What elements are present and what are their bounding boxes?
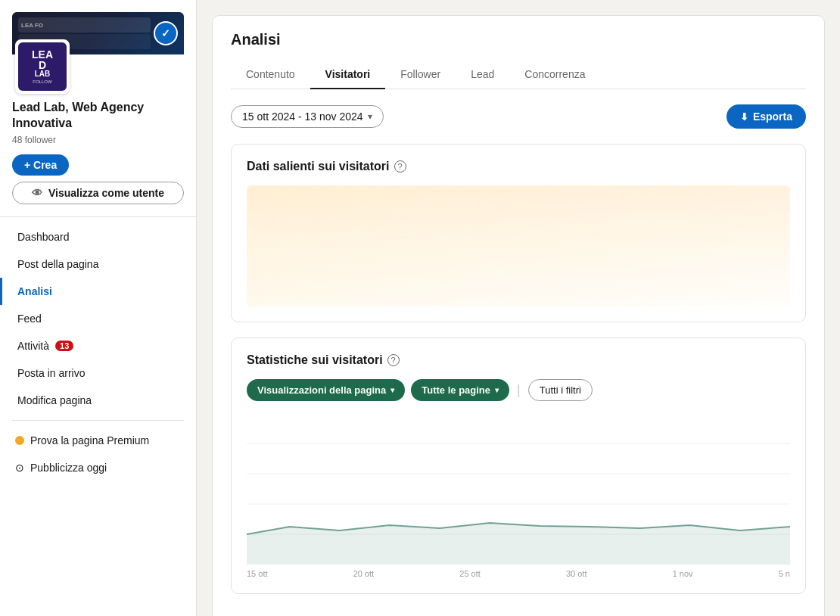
statistiche-title: Statistiche sui visitatori [247, 353, 383, 367]
dati-salienti-help-icon[interactable]: ? [394, 160, 406, 173]
dati-salienti-card: Dati salienti sui visitatori ? [231, 144, 806, 322]
x-axis-labels: 15 ott 20 ott 25 ott 30 ott 1 nov 5 n [247, 565, 790, 578]
x-label-5: 5 n [779, 569, 790, 578]
dati-salienti-title-row: Dati salienti sui visitatori ? [247, 160, 790, 173]
x-label-2: 25 ott [459, 569, 481, 578]
sidebar-item-analisi[interactable]: Analisi [0, 278, 196, 305]
company-logo: LEA D LAB FOLLOW [15, 39, 70, 94]
x-label-0: 15 ott [247, 569, 268, 578]
sidebar-item-dashboard[interactable]: Dashboard [0, 223, 196, 250]
analytics-body: 15 ott 2024 - 13 nov 2024 ▾ ⬇ Esporta Da… [213, 89, 824, 616]
pagine-chevron-icon: ▾ [495, 386, 499, 394]
attivita-badge: 13 [55, 341, 73, 351]
filter-visualizzazioni-button[interactable]: Visualizzazioni della pagina ▾ [247, 379, 405, 401]
analytics-panel: Analisi Contenuto Visitatori Follower Le… [212, 15, 825, 616]
tab-follower[interactable]: Follower [385, 61, 456, 89]
view-as-user-button[interactable]: 👁 Visualizza come utente [12, 182, 184, 204]
main-content: Analisi Contenuto Visitatori Follower Le… [197, 0, 840, 616]
date-range-picker[interactable]: 15 ott 2024 - 13 nov 2024 ▾ [231, 105, 384, 128]
create-button[interactable]: + Crea [12, 154, 69, 176]
premium-nav-item[interactable]: Prova la pagina Premium [0, 427, 196, 454]
sidebar-item-attivita[interactable]: Attività 13 [0, 332, 196, 359]
nav-divider [12, 420, 184, 421]
line-chart-area [247, 413, 790, 565]
sidebar: LEA FO D CO ✓ LEA D LAB FOLLOW Lead Lab [0, 0, 197, 616]
sidebar-item-modifica[interactable]: Modifica pagina [0, 387, 196, 414]
dati-salienti-title: Dati salienti sui visitatori [247, 160, 390, 173]
date-chevron-icon: ▾ [368, 111, 372, 122]
sidebar-nav: Dashboard Post della pagina Analisi Feed… [0, 223, 196, 414]
sidebar-item-posta[interactable]: Posta in arrivo [0, 359, 196, 387]
filter-pagine-button[interactable]: Tutte le pagine ▾ [411, 379, 509, 401]
tab-contenuto[interactable]: Contenuto [231, 61, 310, 89]
sidebar-item-post[interactable]: Post della pagina [0, 250, 196, 278]
premium-icon [15, 436, 24, 445]
x-label-3: 30 ott [566, 569, 587, 578]
statistiche-title-row: Statistiche sui visitatori ? [247, 353, 790, 367]
tab-visitatori[interactable]: Visitatori [310, 61, 386, 89]
eye-icon: 👁 [32, 187, 42, 199]
line-chart-svg [247, 413, 790, 565]
x-label-4: 1 nov [673, 569, 693, 578]
esporta-button[interactable]: ⬇ Esporta [726, 104, 806, 129]
chart-blur-overlay [247, 185, 790, 306]
analytics-tabs: Contenuto Visitatori Follower Lead Conco… [231, 61, 806, 89]
sidebar-item-feed[interactable]: Feed [0, 305, 196, 332]
tab-concorrenza[interactable]: Concorrenza [509, 61, 600, 89]
dati-salienti-chart [247, 185, 790, 306]
filter-tutti-button[interactable]: Tutti i filtri [528, 379, 593, 401]
visualizzazioni-chevron-icon: ▾ [390, 386, 394, 394]
analytics-title: Analisi [231, 31, 806, 48]
statistiche-help-icon[interactable]: ? [387, 354, 400, 366]
stats-filters: Visualizzazioni della pagina ▾ Tutte le … [247, 379, 790, 401]
filter-divider: | [517, 382, 521, 398]
sidebar-profile: LEA FO D CO ✓ LEA D LAB FOLLOW Lead Lab [0, 12, 196, 217]
statistiche-card: Statistiche sui visitatori ? Visualizzaz… [231, 338, 806, 594]
followers-count: 48 follower [12, 135, 184, 145]
tab-lead[interactable]: Lead [456, 61, 509, 89]
x-label-1: 20 ott [353, 569, 375, 578]
pubblicizza-icon: ⊙ [15, 462, 24, 474]
company-name: Lead Lab, Web Agency Innovativa [12, 100, 184, 132]
filter-row: 15 ott 2024 - 13 nov 2024 ▾ ⬇ Esporta [231, 104, 806, 129]
analytics-header: Analisi Contenuto Visitatori Follower Le… [213, 16, 824, 89]
download-icon: ⬇ [740, 111, 748, 123]
pubblicizza-nav-item[interactable]: ⊙ Pubblicizza oggi [0, 454, 196, 481]
